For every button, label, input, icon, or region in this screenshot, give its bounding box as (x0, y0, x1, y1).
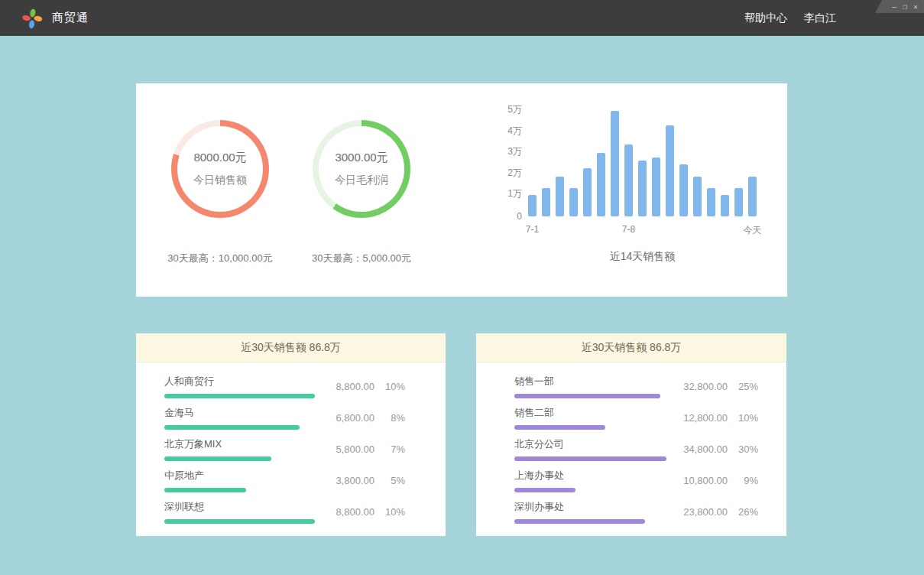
y-axis-tick: 4万 (491, 125, 522, 138)
list-item-name: 深圳联想 (164, 500, 315, 514)
customer-card-title: 近30天销售额 86.8万 (136, 333, 446, 362)
today-sales-value: 8000.00元 (193, 151, 247, 165)
list-item-stats: 12,800.0010% (671, 412, 758, 424)
list-item[interactable]: 深圳办事处23,800.0026% (476, 496, 786, 528)
list-item-main: 深圳联想 (164, 500, 315, 524)
list-item-main: 中原地产 (164, 469, 246, 492)
dashboard: 8000.00元 今日销售额 30天最高：10,000.00元 3000.00元… (0, 36, 924, 575)
list-item[interactable]: 人和商贸行8,800.0010% (136, 371, 446, 402)
list-item-amount: 8,800.00 (318, 381, 374, 392)
list-item-amount: 3,800.00 (318, 475, 374, 486)
x-axis-labels: 7-17-8今天 (528, 224, 757, 241)
list-item-amount: 10,800.00 (671, 475, 728, 486)
list-item-bar (514, 425, 605, 430)
pinwheel-logo-icon (21, 8, 43, 29)
list-item-amount: 12,800.00 (671, 412, 728, 424)
list-item-name: 上海办事处 (514, 469, 575, 482)
bar (624, 145, 633, 216)
bar (583, 168, 592, 216)
list-item-stats: 8,800.0010% (318, 381, 405, 392)
bar-chart-plot: 5万4万3万2万1万0 (528, 111, 757, 216)
today-profit-label: 今日毛利润 (335, 174, 388, 187)
help-center-link[interactable]: 帮助中心 (744, 11, 787, 25)
list-item-main: 销售一部 (514, 375, 660, 398)
list-item-percent: 10% (735, 412, 758, 424)
list-item-name: 北京万象MIX (164, 437, 271, 451)
list-item-amount: 32,800.00 (671, 381, 728, 392)
user-name-menu[interactable]: 李白江 (804, 11, 836, 25)
minimize-button[interactable]: — (892, 0, 896, 13)
bar (721, 195, 729, 216)
department-sales-card: 近30天销售额 86.8万 销售一部32,800.0025%销售二部12,800… (476, 333, 786, 536)
titlebar: 商贸通 帮助中心 李白江 — ❐ ✕ (0, 0, 924, 36)
list-item[interactable]: 北京分公司34,800.0030% (476, 434, 786, 465)
overview-card: 8000.00元 今日销售额 30天最高：10,000.00元 3000.00元… (136, 83, 787, 297)
customer-sales-card: 近30天销售额 86.8万 人和商贸行8,800.0010%金海马6,800.0… (136, 333, 446, 536)
list-item-stats: 5,800.007% (318, 443, 405, 455)
list-item-main: 深圳办事处 (514, 500, 645, 524)
list-item[interactable]: 深圳联想8,800.0010% (136, 496, 446, 528)
list-item[interactable]: 中原地产3,800.005% (136, 465, 446, 496)
x-axis-tick: 7-1 (526, 224, 539, 235)
window-controls: — ❐ ✕ (875, 0, 924, 13)
list-item-stats: 32,800.0025% (671, 381, 758, 392)
y-axis-tick: 2万 (491, 167, 522, 180)
bar (666, 125, 674, 216)
customer-rows: 人和商贸行8,800.0010%金海马6,800.008%北京万象MIX5,80… (136, 362, 446, 528)
bar (542, 188, 550, 216)
maximize-button[interactable]: ❐ (903, 0, 907, 13)
bar (679, 164, 688, 216)
list-item[interactable]: 销售一部32,800.0025% (476, 371, 786, 402)
today-sales-label: 今日销售额 (193, 174, 247, 187)
list-item[interactable]: 上海办事处10,800.009% (476, 465, 786, 496)
list-item-bar (164, 456, 271, 461)
bar (707, 188, 715, 216)
list-item-amount: 34,800.00 (671, 443, 728, 455)
list-item[interactable]: 金海马6,800.008% (136, 402, 446, 434)
bar (734, 188, 743, 216)
donut-center-text: 8000.00元 今日销售额 (193, 151, 247, 187)
list-item-bar (514, 394, 660, 398)
app-window: 商贸通 帮助中心 李白江 — ❐ ✕ 8000.00元 今日销售额 30天最高：… (0, 0, 924, 575)
list-item-percent: 8% (382, 412, 405, 424)
department-rows: 销售一部32,800.0025%销售二部12,800.0010%北京分公司34,… (476, 362, 786, 528)
list-item-bar (514, 519, 645, 524)
list-item-main: 金海马 (164, 406, 300, 430)
list-item-percent: 25% (735, 381, 758, 392)
list-item-percent: 10% (382, 506, 405, 518)
list-item-main: 销售二部 (514, 406, 605, 430)
bar (569, 188, 578, 216)
list-item-stats: 8,800.0010% (318, 506, 405, 518)
list-item-bar (164, 425, 300, 430)
bar (693, 177, 702, 216)
bar (611, 111, 619, 216)
list-item-stats: 6,800.008% (318, 412, 405, 424)
list-item-percent: 26% (735, 506, 758, 518)
list-item-name: 销售二部 (514, 406, 605, 420)
bar (748, 177, 757, 216)
list-item-main: 北京分公司 (514, 437, 666, 461)
list-item-name: 人和商贸行 (164, 375, 315, 388)
today-profit-30day-max: 30天最高：5,000.00元 (312, 252, 411, 265)
list-item-percent: 7% (382, 443, 405, 455)
bar (556, 177, 564, 216)
donut-center-text: 3000.00元 今日毛利润 (335, 151, 388, 187)
list-item[interactable]: 北京万象MIX5,800.007% (136, 434, 446, 465)
list-item[interactable]: 销售二部12,800.0010% (476, 402, 786, 434)
bar (528, 195, 537, 216)
y-axis-tick: 5万 (491, 103, 522, 116)
list-item-name: 北京分公司 (514, 437, 666, 451)
list-item-bar (164, 519, 315, 524)
today-profit-block: 3000.00元 今日毛利润 30天最高：5,000.00元 (304, 83, 419, 297)
list-item-percent: 5% (382, 475, 405, 486)
close-button[interactable]: ✕ (913, 0, 918, 13)
list-item-amount: 6,800.00 (318, 412, 374, 424)
y-axis-tick: 0 (491, 211, 522, 222)
list-item-bar (164, 394, 315, 398)
list-item-stats: 23,800.0026% (671, 506, 758, 518)
bar (597, 153, 605, 216)
sales-14day-bar-chart: 5万4万3万2万1万0 7-17-8今天 近14天销售额 (528, 83, 757, 297)
app-title: 商贸通 (52, 11, 89, 25)
list-item-percent: 10% (382, 381, 405, 392)
list-item-bar (164, 488, 246, 492)
